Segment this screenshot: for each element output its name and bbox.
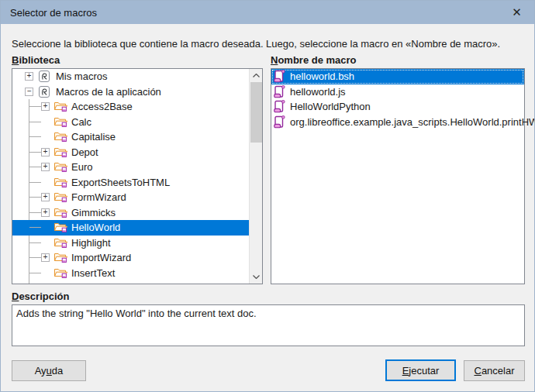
tree-item-label: MemoryUsage <box>71 280 137 284</box>
tree-branch-line <box>29 212 41 213</box>
macro-folder-icon <box>54 267 68 281</box>
expand-icon[interactable]: + <box>41 193 50 201</box>
macro-item-label: org.libreoffice.example.java_scripts.Hel… <box>290 115 535 130</box>
macro-library-icon <box>39 86 50 100</box>
tree-item-label: ExportSheetsToHTML <box>71 175 170 191</box>
macro-folder-icon <box>54 177 68 191</box>
tree-item-label: FormWizard <box>71 190 126 205</box>
tree-item-label: Access2Base <box>71 99 133 115</box>
macro-item-label: helloworld.js <box>290 84 346 100</box>
tree-item-label: Highlight <box>71 236 111 251</box>
tree-branch-line <box>29 122 41 122</box>
macro-item-helloworld-bsh[interactable]: helloworld.bsh <box>271 69 524 84</box>
scroll-up-icon[interactable] <box>250 69 263 82</box>
tree-item-label: Gimmicks <box>71 205 116 221</box>
macro-folder-icon <box>54 131 68 145</box>
biblioteca-tree: +Mis macros−Macros de la aplicación+Acce… <box>12 68 263 284</box>
description-text: Adds the string "Hello World" into the c… <box>12 304 525 346</box>
tree-rows: +Mis macros−Macros de la aplicación+Acce… <box>12 69 249 284</box>
macro-item-helloworld-js[interactable]: helloworld.js <box>271 84 524 100</box>
macro-folder-icon <box>54 146 68 160</box>
tree-item-label: Capitalise <box>71 129 116 145</box>
nombre-de-macro-label: Nombre de macro <box>271 54 357 66</box>
help-button[interactable]: Ayuda <box>12 360 86 381</box>
tree-item-label: InsertText <box>71 266 115 281</box>
cancel-button[interactable]: Cancelar <box>464 360 525 381</box>
tree-item-depot[interactable]: +Depot <box>12 145 249 160</box>
macro-selector-dialog: Selector de macros ✕ Seleccione la bibli… <box>0 0 535 392</box>
tree-item-access2base[interactable]: +Access2Base <box>12 99 249 115</box>
macro-folder-icon <box>54 191 68 205</box>
tree-item-euro[interactable]: +Euro <box>12 160 249 175</box>
tree-branch-line <box>29 273 41 273</box>
expand-icon[interactable]: + <box>41 102 50 111</box>
macro-script-icon <box>274 70 286 85</box>
tree-branch-line <box>29 227 41 228</box>
tree-item-calc[interactable]: Calc <box>12 115 249 130</box>
tree-branch-line <box>29 167 41 167</box>
tree-branch-line <box>29 136 41 137</box>
macro-list: helloworld.bshhelloworld.jsHelloWorldPyt… <box>271 68 525 284</box>
tree-scrollbar[interactable] <box>249 69 262 284</box>
macro-folder-icon <box>54 207 68 221</box>
macro-item-label: helloworld.bsh <box>290 69 354 84</box>
macro-folder-icon <box>54 116 68 130</box>
tree-branch-line <box>29 257 41 258</box>
tree-item-helloworld[interactable]: HelloWorld <box>12 220 249 236</box>
macro-item-label: HelloWorldPython <box>290 99 371 115</box>
tree-item-label: HelloWorld <box>71 220 120 236</box>
tree-item-capitalise[interactable]: Capitalise <box>12 129 249 145</box>
tree-item-label: Calc <box>71 115 91 130</box>
macro-folder-icon <box>54 282 68 284</box>
tree-item-importwizard[interactable]: +ImportWizard <box>12 250 249 266</box>
macro-folder-icon <box>54 101 68 115</box>
tree-item-inserttext[interactable]: InsertText <box>12 266 249 281</box>
macro-script-icon <box>274 115 286 131</box>
collapse-icon[interactable]: − <box>25 88 33 96</box>
titlebar[interactable]: Selector de macros <box>1 1 534 24</box>
tree-branch-line <box>29 152 41 153</box>
macro-item-org-libreoffice-example-java-scripts-helloworld-printhw[interactable]: org.libreoffice.example.java_scripts.Hel… <box>271 115 524 130</box>
tree-item-exportsheetstohtml[interactable]: ExportSheetsToHTML <box>12 175 249 191</box>
tree-item-label: Depot <box>71 145 98 160</box>
macro-folder-icon <box>54 252 68 266</box>
tree-item-formwizard[interactable]: +FormWizard <box>12 190 249 205</box>
tree-item-mis-macros[interactable]: +Mis macros <box>12 69 249 84</box>
tree-branch-line <box>29 242 41 243</box>
descripcion-label: Descripción <box>12 291 69 302</box>
expand-icon[interactable]: + <box>41 163 50 171</box>
instruction-text: Seleccione la biblioteca que contiene la… <box>12 38 523 50</box>
window-title: Selector de macros <box>10 7 97 19</box>
macro-item-helloworldpython[interactable]: HelloWorldPython <box>271 99 524 115</box>
tree-item-label: ImportWizard <box>71 250 131 266</box>
tree-item-label: Mis macros <box>56 69 107 84</box>
expand-icon[interactable]: + <box>41 208 50 217</box>
macro-library-icon <box>39 70 50 84</box>
tree-item-memoryusage[interactable]: MemoryUsage <box>12 280 249 284</box>
tree-branch-line <box>29 182 41 183</box>
macro-folder-icon <box>54 161 68 175</box>
macro-script-icon <box>274 100 286 115</box>
scrollbar-thumb[interactable] <box>250 82 262 143</box>
tree-branch-line <box>29 197 41 198</box>
run-button[interactable]: Ejecutar <box>385 359 456 381</box>
expand-icon[interactable]: + <box>25 72 33 81</box>
macro-folder-icon <box>54 237 68 251</box>
tree-branch-line <box>29 106 41 107</box>
tree-item-gimmicks[interactable]: +Gimmicks <box>12 205 249 221</box>
tree-item-macros-de-la-aplicaci-n[interactable]: −Macros de la aplicación <box>12 84 249 100</box>
expand-icon[interactable]: + <box>41 253 50 262</box>
tree-item-label: Euro <box>71 160 92 175</box>
macro-folder-icon <box>54 222 68 236</box>
close-icon[interactable]: ✕ <box>499 1 534 24</box>
scroll-down-icon[interactable] <box>250 270 263 284</box>
macro-script-icon <box>274 85 286 101</box>
biblioteca-label: Biblioteca <box>12 54 60 66</box>
tree-item-label: Macros de la aplicación <box>56 84 161 100</box>
expand-icon[interactable]: + <box>41 148 50 156</box>
tree-item-highlight[interactable]: Highlight <box>12 236 249 251</box>
